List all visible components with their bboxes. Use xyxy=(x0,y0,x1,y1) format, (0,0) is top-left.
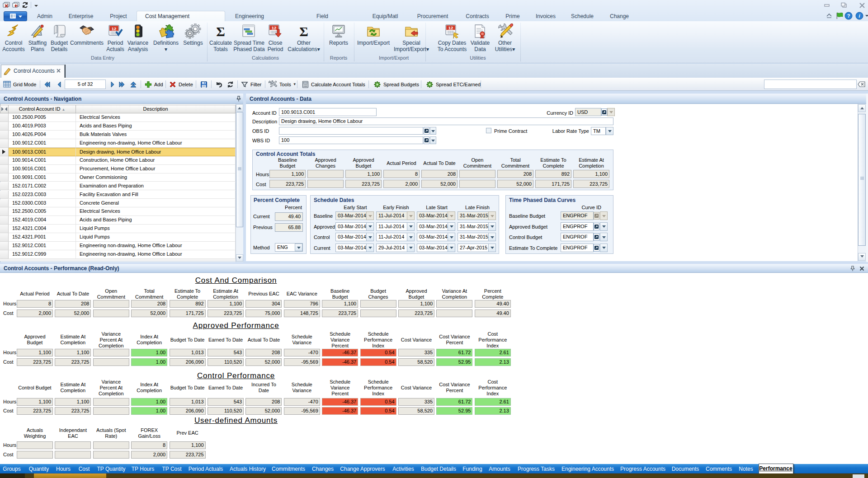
svg-text:12: 12 xyxy=(272,25,277,30)
svg-text:Σ: Σ xyxy=(299,24,308,39)
svg-text:12: 12 xyxy=(448,25,453,30)
svg-text:12: 12 xyxy=(112,26,117,31)
svg-text:?: ? xyxy=(847,13,850,19)
svg-text:Σ: Σ xyxy=(216,24,225,39)
